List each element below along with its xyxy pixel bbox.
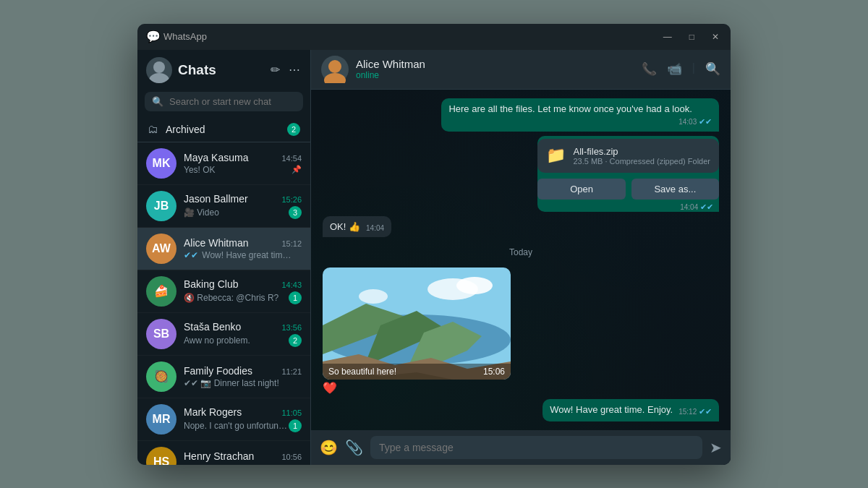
avatar: AW [146,234,176,264]
chat-name: Jason Ballmer [184,193,248,205]
message-sent: Here are all the files. Let me know once… [441,98,719,132]
svg-point-2 [328,60,341,73]
app-window: 💬 WhatsApp — □ ✕ Chats ✏ ⋯ [137,24,731,465]
avatar: SB [146,319,176,349]
search-input-wrap: 🔍 [145,92,303,111]
message-reaction: ❤️ [323,381,511,395]
list-item[interactable]: MR Mark Rogers 11:05 Nope. I can't go un… [137,398,310,441]
search-bar: 🔍 [137,89,310,117]
message-received: OK! 👍 14:04 [323,216,391,237]
list-item[interactable]: HS Henry Strachan 10:56 typing... [137,441,310,465]
search-icon: 🔍 [152,96,163,107]
message-time: 14:03 ✔✔ [678,117,712,127]
chat-info: Family Foodies 11:21 ✔✔ 📷 Dinner last ni… [184,365,302,388]
chat-time: 15:12 [281,239,302,248]
list-item[interactable]: SB Staša Benko 13:56 Aww no problem. 2 [137,313,310,356]
avatar: 🍰 [146,276,176,307]
emoji-icon[interactable]: 😊 [320,439,338,456]
svg-point-7 [359,289,388,304]
list-item[interactable]: MK Maya Kasuma 14:54 Yes! OK 📌 [137,142,310,185]
chat-msg: ✔✔ 📷 Dinner last night! [184,378,279,388]
image-content [323,267,511,380]
chat-time: 11:05 [281,408,302,417]
typing-indicator: typing... [184,463,214,465]
unread-badge: 1 [289,291,302,304]
chat-name: Family Foodies [184,365,252,377]
message-time: 14:04 [366,224,384,232]
chat-time: 14:43 [281,281,302,289]
svg-point-1 [149,73,169,83]
chat-msg: ✔✔ Wow! Have great time. Enjoy. [184,250,292,260]
app-title: WhatsApp [163,31,660,42]
input-area: 😊 📎 ➤ [311,430,731,465]
contact-status: online [356,70,634,80]
chat-info: Baking Club 14:43 🔇 Rebecca: @Chris R? 1 [184,278,302,304]
send-button[interactable]: ➤ [710,439,722,456]
list-item[interactable]: AW Alice Whitman 15:12 ✔✔ Wow! Have grea… [137,228,310,270]
voice-call-icon[interactable]: 📞 [642,61,657,77]
chat-info: Alice Whitman 15:12 ✔✔ Wow! Have great t… [184,237,302,260]
unread-badge: 2 [289,334,302,347]
date-divider: Today [323,247,719,257]
message-image: So beautiful here! 15:06 [323,267,511,380]
archived-row[interactable]: 🗂 Archived 2 [137,117,310,142]
unread-badge: 1 [289,419,302,432]
chat-time: 10:56 [281,453,302,461]
chat-time: 11:21 [281,367,302,376]
message-sent: Wow! Have great time. Enjoy. 15:12 ✔✔ [542,399,719,421]
pin-icon: 📌 [292,165,302,174]
main-area: Chats ✏ ⋯ 🔍 🗂 Archived 2 [137,50,731,465]
chat-time: 15:26 [281,195,302,204]
contact-name: Alice Whitman [356,58,634,70]
chat-header-actions: 📞 📹 | 🔍 [642,61,720,77]
chat-list: MK Maya Kasuma 14:54 Yes! OK 📌 [137,142,310,465]
image-caption: So beautiful here! 15:06 [323,364,511,380]
archived-label: Archived [166,124,280,135]
file-name: All-files.zip [573,146,710,157]
chat-info: Mark Rogers 11:05 Nope. I can't go unfor… [184,406,302,432]
search-input[interactable] [169,96,296,107]
app-logo-icon: 💬 [146,30,161,43]
svg-point-6 [456,277,493,294]
message-time: 14:04 ✔✔ [680,203,713,211]
search-messages-icon[interactable]: 🔍 [705,61,720,77]
window-controls: — □ ✕ [660,30,722,43]
user-avatar[interactable] [146,57,172,83]
video-call-icon[interactable]: 📹 [667,61,682,77]
chat-name: Alice Whitman [184,237,248,249]
file-actions: Open Save as... [537,179,719,200]
maximize-button[interactable]: □ [686,30,697,43]
open-file-button[interactable]: Open [537,179,625,200]
attach-icon[interactable]: 📎 [345,439,363,456]
save-file-button[interactable]: Save as... [631,179,719,200]
list-item[interactable]: 🍰 Baking Club 14:43 🔇 Rebecca: @Chris R?… [137,270,310,313]
message-time: 15:12 ✔✔ [678,407,712,416]
message-text: Wow! Have great time. Enjoy. [550,404,673,415]
chat-area: Alice Whitman online 📞 📹 | 🔍 Here are al… [311,50,731,465]
file-attachment: 📁 All-files.zip 23.5 MB · Compressed (zi… [537,139,719,173]
chat-msg: Yes! OK [184,165,216,175]
chat-name: Mark Rogers [184,406,242,418]
list-item[interactable]: 🥘 Family Foodies 11:21 ✔✔ 📷 Dinner last … [137,356,310,398]
compose-icon[interactable]: ✏ [269,61,281,78]
chat-msg: 🔇 Rebecca: @Chris R? [184,293,278,303]
chat-info: Henry Strachan 10:56 typing... [184,450,302,465]
minimize-button[interactable]: — [660,30,675,43]
avatar: MK [146,148,176,179]
close-button[interactable]: ✕ [709,30,722,43]
file-size: 23.5 MB · Compressed (zipped) Folder [573,157,710,166]
avatar: MR [146,404,176,435]
messages-area: Here are all the files. Let me know once… [311,90,731,430]
chat-name: Henry Strachan [184,450,254,462]
chat-time: 14:54 [281,154,302,163]
menu-icon[interactable]: ⋯ [287,61,302,78]
chat-time: 13:56 [281,323,302,332]
chat-header: Alice Whitman online 📞 📹 | 🔍 [311,50,731,90]
title-bar: 💬 WhatsApp — □ ✕ [137,24,731,50]
message-input[interactable] [370,436,702,459]
archived-badge: 2 [287,123,300,136]
message-text: Here are all the files. Let me know once… [448,103,692,114]
contact-avatar[interactable] [321,56,349,83]
avatar: 🥘 [146,361,176,392]
list-item[interactable]: JB Jason Ballmer 15:26 🎥 Video 3 [137,185,310,228]
